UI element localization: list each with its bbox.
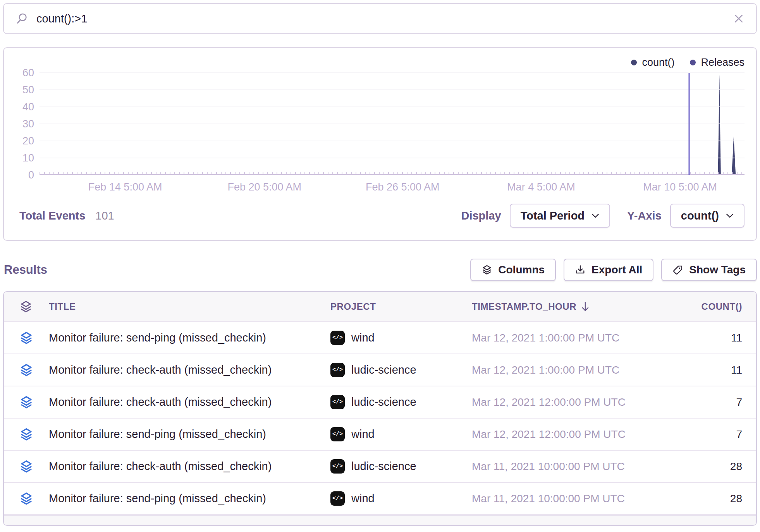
event-count: 11	[641, 332, 756, 344]
column-header-project[interactable]: PROJECT	[327, 301, 469, 312]
legend-label: count()	[642, 57, 674, 69]
y-axis-dropdown[interactable]: count()	[670, 204, 745, 228]
event-count: 11	[641, 364, 756, 376]
x-axis-tick-label: Feb 20 5:00 AM	[227, 181, 301, 193]
y-axis-tick-label: 10	[11, 152, 34, 164]
event-stack-icon	[4, 460, 41, 474]
layers-icon	[481, 264, 492, 275]
gridline	[40, 106, 745, 107]
project-platform-icon: </>	[330, 459, 345, 474]
event-timestamp: Mar 11, 2021 10:00:00 PM UTC	[469, 460, 641, 473]
display-dropdown[interactable]: Total Period	[510, 204, 610, 228]
y-axis-tick-label: 60	[11, 67, 34, 79]
project-platform-icon: </>	[330, 331, 345, 345]
x-axis-tick-label: Feb 26 5:00 AM	[366, 181, 440, 193]
project-name: ludic-science	[351, 396, 416, 408]
chart-legend[interactable]: count()Releases	[15, 56, 745, 69]
sort-arrow-down-icon	[581, 302, 590, 312]
legend-dot	[631, 60, 637, 65]
column-header-timestamp[interactable]: TIMESTAMP.TO_HOUR	[469, 301, 641, 312]
table-row[interactable]: Monitor failure: check-auth (missed_chec…	[4, 386, 756, 419]
project-platform-icon: </>	[330, 395, 345, 409]
table-row[interactable]: Monitor failure: check-auth (missed_chec…	[4, 354, 756, 386]
event-timestamp: Mar 12, 2021 1:00:00 PM UTC	[469, 364, 641, 376]
search-bar[interactable]: count():>1	[3, 3, 757, 34]
y-axis-tick-label: 40	[11, 101, 34, 113]
clear-search-icon[interactable]	[733, 13, 745, 24]
column-header-timestamp-label: TIMESTAMP.TO_HOUR	[472, 301, 576, 312]
table-row[interactable]: Monitor failure: send-ping (missed_check…	[4, 483, 756, 515]
event-count: 28	[641, 493, 756, 505]
project-name: ludic-science	[351, 364, 416, 376]
y-axis-label: Y-Axis	[627, 209, 662, 222]
gridline	[40, 158, 745, 158]
columns-button-label: Columns	[498, 264, 545, 276]
x-axis-tick-label: Mar 4 5:00 AM	[507, 181, 575, 193]
show-tags-button[interactable]: Show Tags	[661, 259, 757, 281]
download-icon	[575, 264, 586, 275]
export-all-button[interactable]: Export All	[564, 259, 653, 281]
show-tags-button-label: Show Tags	[689, 264, 746, 276]
display-dropdown-value: Total Period	[521, 209, 585, 222]
stack-icon[interactable]	[4, 300, 41, 313]
x-axis-tick-label: Feb 14 5:00 AM	[88, 181, 162, 193]
column-header-title[interactable]: TITLE	[41, 301, 327, 312]
project-name: wind	[351, 492, 375, 505]
y-axis-tick-label: 20	[11, 135, 34, 147]
project-platform-icon: </>	[330, 427, 345, 441]
event-timestamp: Mar 12, 2021 12:00:00 PM UTC	[469, 396, 641, 408]
event-stack-icon	[4, 363, 41, 377]
total-events-label: Total Events	[19, 209, 85, 222]
export-all-button-label: Export All	[591, 264, 642, 276]
legend-item[interactable]: Releases	[690, 57, 745, 69]
event-timestamp: Mar 12, 2021 12:00:00 PM UTC	[469, 428, 641, 441]
total-events-value: 101	[95, 209, 114, 222]
x-axis-labels: Feb 14 5:00 AMFeb 20 5:00 AMFeb 26 5:00 …	[40, 175, 745, 194]
event-title-link[interactable]: Monitor failure: check-auth (missed_chec…	[41, 460, 327, 473]
chevron-down-icon	[726, 213, 734, 218]
table-footer-strip	[4, 515, 756, 525]
display-label: Display	[461, 209, 501, 222]
gridline	[40, 141, 745, 141]
events-chart-panel: count()Releases 0102030405060 Feb 14 5:0…	[3, 47, 757, 241]
search-input[interactable]: count():>1	[36, 12, 724, 25]
event-title-link[interactable]: Monitor failure: send-ping (missed_check…	[41, 428, 327, 441]
tag-icon	[672, 264, 683, 275]
event-title-link[interactable]: Monitor failure: send-ping (missed_check…	[41, 492, 327, 505]
table-row[interactable]: Monitor failure: send-ping (missed_check…	[4, 419, 756, 451]
event-title-link[interactable]: Monitor failure: send-ping (missed_check…	[41, 331, 327, 344]
y-axis-dropdown-value: count()	[681, 209, 719, 222]
project-platform-icon: </>	[330, 363, 345, 377]
event-count: 28	[641, 460, 756, 473]
legend-dot	[690, 60, 696, 65]
event-title-link[interactable]: Monitor failure: check-auth (missed_chec…	[41, 396, 327, 408]
legend-item[interactable]: count()	[631, 57, 674, 69]
project-name: wind	[351, 331, 375, 344]
event-title-link[interactable]: Monitor failure: check-auth (missed_chec…	[41, 364, 327, 376]
event-timestamp: Mar 12, 2021 1:00:00 PM UTC	[469, 332, 641, 344]
table-row[interactable]: Monitor failure: send-ping (missed_check…	[4, 322, 756, 354]
table-header-row: TITLE PROJECT TIMESTAMP.TO_HOUR COUNT()	[4, 292, 756, 322]
gridline	[40, 72, 745, 73]
event-stack-icon	[4, 427, 41, 441]
results-table: TITLE PROJECT TIMESTAMP.TO_HOUR COUNT() …	[3, 291, 757, 526]
chevron-down-icon	[591, 213, 599, 218]
project-name: ludic-science	[351, 460, 416, 473]
chart-plot-area[interactable]: 0102030405060	[40, 73, 745, 175]
project-name: wind	[351, 428, 375, 441]
table-row[interactable]: Monitor failure: check-auth (missed_chec…	[4, 451, 756, 483]
event-stack-icon	[4, 331, 41, 345]
gridline	[40, 124, 745, 124]
y-axis-tick-label: 0	[11, 169, 34, 181]
event-stack-icon	[4, 395, 41, 409]
release-marker-line[interactable]	[688, 73, 690, 175]
event-timestamp: Mar 11, 2021 10:00:00 PM UTC	[469, 493, 641, 505]
columns-button[interactable]: Columns	[470, 259, 556, 281]
chart-footer: Total Events 101 Display Total Period Y-…	[15, 204, 745, 228]
results-header: Results Columns Export All	[3, 259, 757, 281]
search-icon	[15, 12, 28, 25]
column-header-count[interactable]: COUNT()	[641, 301, 756, 312]
event-count: 7	[641, 428, 756, 441]
x-axis-tick-label: Mar 10 5:00 AM	[643, 181, 717, 193]
results-heading: Results	[4, 263, 47, 277]
